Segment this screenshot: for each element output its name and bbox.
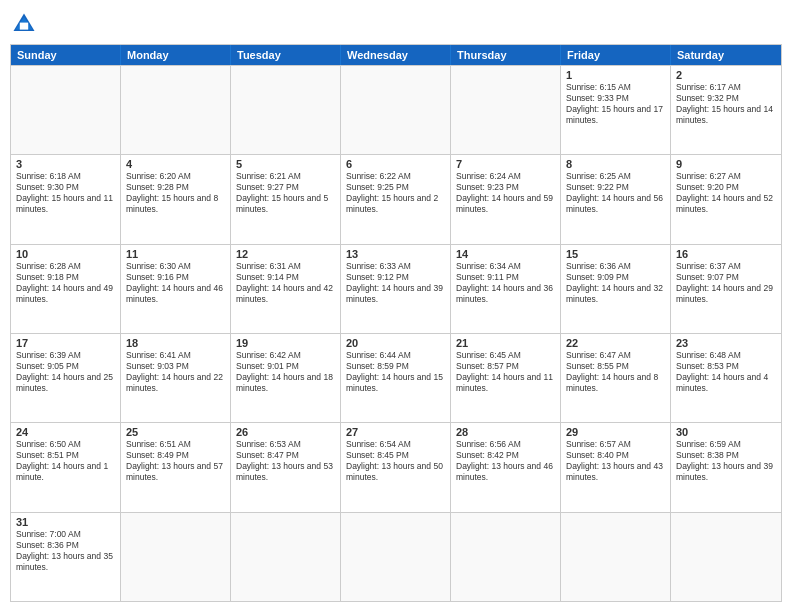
- day-number: 9: [676, 158, 776, 170]
- day-number: 30: [676, 426, 776, 438]
- day-number: 26: [236, 426, 335, 438]
- day-number: 12: [236, 248, 335, 260]
- day-cell-16: 16Sunrise: 6:37 AM Sunset: 9:07 PM Dayli…: [671, 245, 781, 333]
- day-info: Sunrise: 6:47 AM Sunset: 8:55 PM Dayligh…: [566, 350, 665, 394]
- day-info: Sunrise: 6:27 AM Sunset: 9:20 PM Dayligh…: [676, 171, 776, 215]
- day-number: 11: [126, 248, 225, 260]
- header-day-wednesday: Wednesday: [341, 45, 451, 65]
- day-cell-6: 6Sunrise: 6:22 AM Sunset: 9:25 PM Daylig…: [341, 155, 451, 243]
- day-number: 8: [566, 158, 665, 170]
- day-number: 19: [236, 337, 335, 349]
- day-info: Sunrise: 6:21 AM Sunset: 9:27 PM Dayligh…: [236, 171, 335, 215]
- day-info: Sunrise: 6:31 AM Sunset: 9:14 PM Dayligh…: [236, 261, 335, 305]
- day-info: Sunrise: 6:36 AM Sunset: 9:09 PM Dayligh…: [566, 261, 665, 305]
- day-cell-19: 19Sunrise: 6:42 AM Sunset: 9:01 PM Dayli…: [231, 334, 341, 422]
- calendar-row-4: 24Sunrise: 6:50 AM Sunset: 8:51 PM Dayli…: [11, 422, 781, 511]
- calendar-row-2: 10Sunrise: 6:28 AM Sunset: 9:18 PM Dayli…: [11, 244, 781, 333]
- day-number: 16: [676, 248, 776, 260]
- day-info: Sunrise: 6:53 AM Sunset: 8:47 PM Dayligh…: [236, 439, 335, 483]
- day-info: Sunrise: 6:20 AM Sunset: 9:28 PM Dayligh…: [126, 171, 225, 215]
- day-info: Sunrise: 6:25 AM Sunset: 9:22 PM Dayligh…: [566, 171, 665, 215]
- day-number: 22: [566, 337, 665, 349]
- day-info: Sunrise: 6:41 AM Sunset: 9:03 PM Dayligh…: [126, 350, 225, 394]
- empty-cell-5-2: [231, 513, 341, 601]
- day-info: Sunrise: 6:22 AM Sunset: 9:25 PM Dayligh…: [346, 171, 445, 215]
- day-info: Sunrise: 6:18 AM Sunset: 9:30 PM Dayligh…: [16, 171, 115, 215]
- header-day-monday: Monday: [121, 45, 231, 65]
- day-cell-17: 17Sunrise: 6:39 AM Sunset: 9:05 PM Dayli…: [11, 334, 121, 422]
- day-number: 4: [126, 158, 225, 170]
- day-cell-3: 3Sunrise: 6:18 AM Sunset: 9:30 PM Daylig…: [11, 155, 121, 243]
- calendar: SundayMondayTuesdayWednesdayThursdayFrid…: [10, 44, 782, 602]
- day-info: Sunrise: 6:28 AM Sunset: 9:18 PM Dayligh…: [16, 261, 115, 305]
- day-cell-5: 5Sunrise: 6:21 AM Sunset: 9:27 PM Daylig…: [231, 155, 341, 243]
- empty-cell-0-1: [121, 66, 231, 154]
- day-info: Sunrise: 6:34 AM Sunset: 9:11 PM Dayligh…: [456, 261, 555, 305]
- day-info: Sunrise: 6:57 AM Sunset: 8:40 PM Dayligh…: [566, 439, 665, 483]
- day-number: 1: [566, 69, 665, 81]
- day-info: Sunrise: 6:45 AM Sunset: 8:57 PM Dayligh…: [456, 350, 555, 394]
- page: SundayMondayTuesdayWednesdayThursdayFrid…: [0, 0, 792, 612]
- day-number: 21: [456, 337, 555, 349]
- logo: [10, 10, 42, 38]
- empty-cell-5-5: [561, 513, 671, 601]
- day-cell-30: 30Sunrise: 6:59 AM Sunset: 8:38 PM Dayli…: [671, 423, 781, 511]
- day-number: 24: [16, 426, 115, 438]
- day-cell-2: 2Sunrise: 6:17 AM Sunset: 9:32 PM Daylig…: [671, 66, 781, 154]
- calendar-row-0: 1Sunrise: 6:15 AM Sunset: 9:33 PM Daylig…: [11, 65, 781, 154]
- empty-cell-5-1: [121, 513, 231, 601]
- day-cell-11: 11Sunrise: 6:30 AM Sunset: 9:16 PM Dayli…: [121, 245, 231, 333]
- day-number: 28: [456, 426, 555, 438]
- day-cell-20: 20Sunrise: 6:44 AM Sunset: 8:59 PM Dayli…: [341, 334, 451, 422]
- day-number: 3: [16, 158, 115, 170]
- day-cell-28: 28Sunrise: 6:56 AM Sunset: 8:42 PM Dayli…: [451, 423, 561, 511]
- empty-cell-5-3: [341, 513, 451, 601]
- day-info: Sunrise: 6:54 AM Sunset: 8:45 PM Dayligh…: [346, 439, 445, 483]
- day-info: Sunrise: 6:17 AM Sunset: 9:32 PM Dayligh…: [676, 82, 776, 126]
- day-info: Sunrise: 6:33 AM Sunset: 9:12 PM Dayligh…: [346, 261, 445, 305]
- day-cell-26: 26Sunrise: 6:53 AM Sunset: 8:47 PM Dayli…: [231, 423, 341, 511]
- calendar-body: 1Sunrise: 6:15 AM Sunset: 9:33 PM Daylig…: [11, 65, 781, 601]
- day-cell-4: 4Sunrise: 6:20 AM Sunset: 9:28 PM Daylig…: [121, 155, 231, 243]
- day-info: Sunrise: 6:44 AM Sunset: 8:59 PM Dayligh…: [346, 350, 445, 394]
- empty-cell-0-3: [341, 66, 451, 154]
- day-cell-9: 9Sunrise: 6:27 AM Sunset: 9:20 PM Daylig…: [671, 155, 781, 243]
- day-cell-1: 1Sunrise: 6:15 AM Sunset: 9:33 PM Daylig…: [561, 66, 671, 154]
- day-number: 23: [676, 337, 776, 349]
- day-number: 31: [16, 516, 115, 528]
- day-cell-23: 23Sunrise: 6:48 AM Sunset: 8:53 PM Dayli…: [671, 334, 781, 422]
- day-cell-25: 25Sunrise: 6:51 AM Sunset: 8:49 PM Dayli…: [121, 423, 231, 511]
- day-info: Sunrise: 6:30 AM Sunset: 9:16 PM Dayligh…: [126, 261, 225, 305]
- calendar-header: SundayMondayTuesdayWednesdayThursdayFrid…: [11, 45, 781, 65]
- empty-cell-0-4: [451, 66, 561, 154]
- day-cell-10: 10Sunrise: 6:28 AM Sunset: 9:18 PM Dayli…: [11, 245, 121, 333]
- empty-cell-5-4: [451, 513, 561, 601]
- day-number: 6: [346, 158, 445, 170]
- svg-rect-2: [20, 23, 28, 30]
- header: [10, 10, 782, 38]
- day-info: Sunrise: 6:15 AM Sunset: 9:33 PM Dayligh…: [566, 82, 665, 126]
- day-cell-24: 24Sunrise: 6:50 AM Sunset: 8:51 PM Dayli…: [11, 423, 121, 511]
- day-cell-7: 7Sunrise: 6:24 AM Sunset: 9:23 PM Daylig…: [451, 155, 561, 243]
- day-info: Sunrise: 6:42 AM Sunset: 9:01 PM Dayligh…: [236, 350, 335, 394]
- day-cell-8: 8Sunrise: 6:25 AM Sunset: 9:22 PM Daylig…: [561, 155, 671, 243]
- header-day-friday: Friday: [561, 45, 671, 65]
- day-info: Sunrise: 6:59 AM Sunset: 8:38 PM Dayligh…: [676, 439, 776, 483]
- day-info: Sunrise: 6:56 AM Sunset: 8:42 PM Dayligh…: [456, 439, 555, 483]
- day-info: Sunrise: 6:39 AM Sunset: 9:05 PM Dayligh…: [16, 350, 115, 394]
- day-number: 18: [126, 337, 225, 349]
- calendar-row-5: 31Sunrise: 7:00 AM Sunset: 8:36 PM Dayli…: [11, 512, 781, 601]
- day-cell-14: 14Sunrise: 6:34 AM Sunset: 9:11 PM Dayli…: [451, 245, 561, 333]
- day-number: 17: [16, 337, 115, 349]
- day-number: 2: [676, 69, 776, 81]
- day-number: 7: [456, 158, 555, 170]
- day-number: 20: [346, 337, 445, 349]
- day-number: 14: [456, 248, 555, 260]
- day-number: 10: [16, 248, 115, 260]
- day-cell-22: 22Sunrise: 6:47 AM Sunset: 8:55 PM Dayli…: [561, 334, 671, 422]
- day-cell-27: 27Sunrise: 6:54 AM Sunset: 8:45 PM Dayli…: [341, 423, 451, 511]
- day-info: Sunrise: 6:24 AM Sunset: 9:23 PM Dayligh…: [456, 171, 555, 215]
- logo-icon: [10, 10, 38, 38]
- day-cell-31: 31Sunrise: 7:00 AM Sunset: 8:36 PM Dayli…: [11, 513, 121, 601]
- day-info: Sunrise: 6:50 AM Sunset: 8:51 PM Dayligh…: [16, 439, 115, 483]
